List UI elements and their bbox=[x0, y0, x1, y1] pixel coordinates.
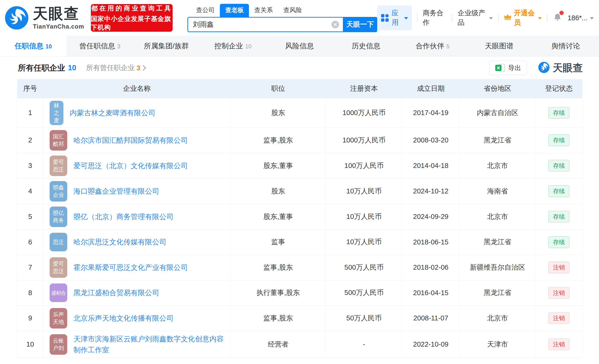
company-logo[interactable]: 曌鑫企业 bbox=[50, 181, 67, 202]
region-cell: 新疆维吾尔自治区 bbox=[459, 255, 536, 280]
tab-count: 10 bbox=[45, 43, 52, 50]
status-badge: 存续 bbox=[548, 134, 569, 146]
position-cell: 股东,董事 bbox=[231, 153, 326, 178]
tab-partners[interactable]: 合作伙伴5 bbox=[399, 36, 466, 57]
row-index: 2 bbox=[17, 127, 44, 153]
company-name-link[interactable]: 海口曌鑫企业管理有限公司 bbox=[73, 186, 159, 197]
table-row: 5 曌亿商务 曌亿（北京）商务管理有限公司 股东,董事 10万人民币 2024-… bbox=[17, 204, 582, 229]
col-registration-status: 登记状态 bbox=[536, 79, 582, 98]
user-account-menu[interactable]: 186*... bbox=[568, 14, 594, 22]
tab-graph[interactable]: 天眼图谱 bbox=[466, 36, 532, 57]
company-logo[interactable]: 曌亿商务 bbox=[50, 207, 67, 227]
capital-cell: 10万人民币 bbox=[326, 229, 402, 255]
tab-risk-info[interactable]: 风险信息 bbox=[266, 36, 333, 57]
status-badge: 存续 bbox=[548, 211, 569, 222]
row-index: 9 bbox=[17, 305, 44, 331]
company-name-link[interactable]: 爱可思泛（北京）文化传媒有限公司 bbox=[73, 160, 188, 171]
tab-controlled-companies[interactable]: 控制企业10 bbox=[200, 36, 266, 57]
region-cell: 北京市 bbox=[459, 305, 536, 331]
status-badge: 存续 bbox=[548, 160, 569, 171]
company-logo[interactable]: 云账户刘 bbox=[50, 334, 67, 355]
company-name-link[interactable]: 北京乐声天地文化传播有限公司 bbox=[73, 313, 174, 324]
company-name-link[interactable]: 哈尔滨思泛文化传媒有限公司 bbox=[73, 237, 167, 247]
divider bbox=[498, 14, 499, 22]
tab-history-info[interactable]: 历史信息 bbox=[333, 36, 399, 57]
search-input[interactable] bbox=[188, 20, 331, 28]
status-badge: 注销 bbox=[548, 339, 569, 350]
tab-public-opinion[interactable]: 舆情讨论 bbox=[532, 36, 599, 57]
search-tabs: 查公司 查老板 查关系 查风险 bbox=[187, 4, 377, 17]
user-phone-label: 186*... bbox=[568, 14, 588, 22]
company-logo[interactable]: 盛柏合 bbox=[50, 283, 67, 302]
region-cell: 海南省 bbox=[459, 178, 536, 204]
apps-grid-icon bbox=[381, 14, 389, 22]
table-row: 6 思泛 哈尔滨思泛文化传媒有限公司 监事 10万人民币 2018-06-15 … bbox=[17, 229, 582, 255]
nav-vip-membership[interactable]: 开通会员 bbox=[504, 8, 542, 27]
clear-search-icon[interactable] bbox=[331, 21, 339, 28]
tianyancha-logo[interactable]: 天眼查 TianYanCha.com bbox=[4, 6, 84, 30]
nav-business-cooperation[interactable]: 商务合作 bbox=[423, 8, 447, 27]
table-row: 3 爱可思泛 爱可思泛（北京）文化传媒有限公司 股东,董事 100万人民币 20… bbox=[17, 153, 582, 178]
company-logo[interactable]: 乐声天地 bbox=[50, 308, 67, 329]
col-position: 职位 bbox=[231, 79, 326, 98]
tab-label: 所属集团/族群 bbox=[144, 41, 189, 51]
chevron-right-icon bbox=[142, 65, 146, 71]
company-name-link[interactable]: 霍尔果斯爱可思泛文化产业有限公司 bbox=[73, 262, 188, 273]
row-index: 1 bbox=[17, 98, 44, 127]
company-logo[interactable]: 林之麦 bbox=[50, 101, 63, 125]
company-name-link[interactable]: 内蒙古林之麦啤酒有限公司 bbox=[70, 107, 156, 119]
profile-tabbar: 任职信息10 曾任职信息3 所属集团/族群 控制企业10 风险信息 历史信息 合… bbox=[0, 36, 599, 57]
company-name-link[interactable]: 哈尔滨市国汇酷邦国际贸易有限公司 bbox=[73, 135, 188, 146]
promo-line-1: 都在用的商业查询工具 bbox=[91, 4, 172, 13]
row-index: 8 bbox=[17, 280, 44, 305]
position-cell: 股东,董事 bbox=[231, 204, 326, 229]
search-tab-risk[interactable]: 查风险 bbox=[278, 4, 307, 17]
watermark-text: 天眼查 bbox=[553, 61, 583, 75]
brand-name: 天眼查 bbox=[33, 6, 84, 21]
company-logo[interactable]: 爱可思泛 bbox=[50, 257, 67, 278]
company-name-link[interactable]: 黑龙江盛柏合贸易有限公司 bbox=[73, 287, 159, 298]
company-table-body: 1 林之麦 内蒙古林之麦啤酒有限公司 股东 1000万人民币 2017-04-1… bbox=[17, 98, 582, 358]
company-logo[interactable]: 国汇酷邦 bbox=[50, 130, 67, 151]
notifications-bell[interactable] bbox=[553, 13, 562, 23]
date-cell: 2018-02-06 bbox=[402, 255, 459, 280]
tab-count: 10 bbox=[245, 43, 252, 50]
nav-enterprise-label: 企业级产品 bbox=[458, 8, 487, 27]
status-badge: 存续 bbox=[548, 107, 569, 119]
tab-positions[interactable]: 任职信息10 bbox=[0, 36, 67, 57]
tab-former-positions[interactable]: 曾任职信息3 bbox=[67, 36, 133, 57]
capital-cell: 500万人民币 bbox=[326, 255, 402, 280]
date-cell: 2014-04-18 bbox=[402, 153, 459, 178]
col-region: 省份地区 bbox=[459, 79, 536, 98]
nav-enterprise-products[interactable]: 企业级产品 bbox=[458, 8, 493, 27]
position-cell: 监事,股东 bbox=[231, 127, 326, 153]
divider bbox=[417, 14, 418, 22]
tab-group[interactable]: 所属集团/族群 bbox=[133, 36, 200, 57]
company-name-link[interactable]: 天津市滨海新区云账户刘雨鑫数字文化创意内容制作工作室 bbox=[73, 333, 225, 356]
status-badge: 注销 bbox=[548, 312, 569, 324]
company-logo[interactable]: 爱可思泛 bbox=[50, 156, 67, 176]
export-button[interactable]: 导出 bbox=[489, 61, 527, 75]
search-tab-company[interactable]: 查公司 bbox=[191, 4, 220, 17]
apps-menu[interactable]: 应用 bbox=[377, 6, 412, 30]
capital-cell: 50万人民币 bbox=[326, 305, 402, 331]
tab-label: 舆情讨论 bbox=[551, 41, 580, 51]
position-cell: 监事,股东 bbox=[231, 255, 326, 280]
search-submit-button[interactable]: 天眼一下 bbox=[343, 17, 377, 32]
date-cell: 2024-09-29 bbox=[402, 204, 459, 229]
brand-domain: TianYanCha.com bbox=[33, 23, 84, 30]
tianyancha-watermark: 天眼查 bbox=[538, 61, 583, 75]
former-positions-link[interactable]: 所有曾任职企业 3 bbox=[86, 63, 146, 73]
company-logo[interactable]: 思泛 bbox=[50, 233, 67, 251]
search-tab-relation[interactable]: 查关系 bbox=[249, 4, 278, 17]
company-name-link[interactable]: 曌亿（北京）商务管理有限公司 bbox=[73, 211, 174, 222]
nav-vip-label: 开通会员 bbox=[514, 8, 536, 27]
col-company-name: 企业名称 bbox=[44, 79, 231, 98]
table-row: 7 爱可思泛 霍尔果斯爱可思泛文化产业有限公司 监事,股东 500万人民币 20… bbox=[17, 255, 582, 280]
export-label: 导出 bbox=[508, 64, 521, 72]
search-tab-boss[interactable]: 查老板 bbox=[220, 4, 249, 17]
table-row: 10 云账户刘 天津市滨海新区云账户刘雨鑫数字文化创意内容制作工作室 经营者 -… bbox=[17, 331, 582, 358]
capital-cell: 1000万人民币 bbox=[326, 98, 402, 127]
search-area: 查公司 查老板 查关系 查风险 天眼一下 bbox=[187, 4, 377, 32]
top-header: 天眼查 TianYanCha.com 都在用的商业查询工具 国家中小企业发展子基… bbox=[0, 0, 599, 36]
